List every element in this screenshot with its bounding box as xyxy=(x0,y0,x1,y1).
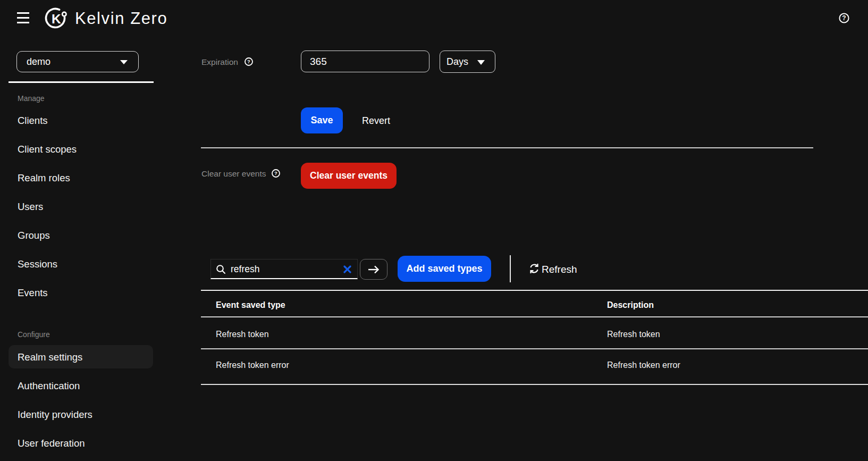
svg-text:?: ? xyxy=(842,14,846,22)
svg-text:K: K xyxy=(52,12,61,26)
svg-text:?: ? xyxy=(274,170,277,176)
svg-text:?: ? xyxy=(247,58,250,64)
